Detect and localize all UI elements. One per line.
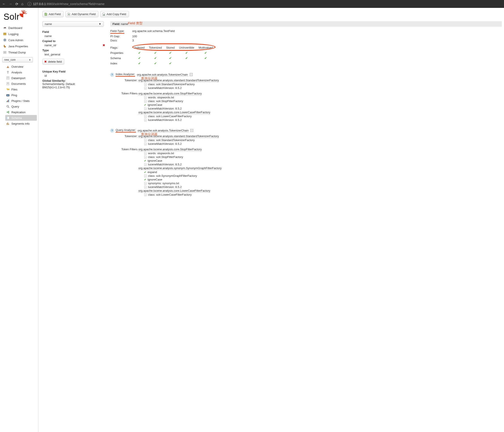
sidebar-item-plugins-stats[interactable]: Plugins / Stats xyxy=(5,98,37,104)
filter-class[interactable]: org.apache.lucene.analysis.core.LowerCas… xyxy=(138,189,210,193)
sidebar-item-segments-info[interactable]: Segments info xyxy=(5,121,37,126)
sidebar-item-label: Overview xyxy=(11,65,23,68)
analyzer-prop: ✔ignoreCase xyxy=(144,159,502,163)
add-field-button[interactable]: Add Field xyxy=(42,11,63,17)
sidebar-item-ping[interactable]: Ping xyxy=(5,92,37,98)
collapse-icon[interactable]: − xyxy=(190,73,193,76)
flag-cell: ✔ xyxy=(164,55,177,61)
analyzer-prop: synonyms: synonyms.txt xyxy=(144,181,502,185)
nav-back-icon[interactable]: ← xyxy=(2,2,6,6)
analyzer-prop: ✔ignoreCase xyxy=(144,103,502,107)
sidebar-item-label: Analysis xyxy=(11,71,22,74)
sidebar-item-replication[interactable]: Replication xyxy=(5,109,37,115)
add-copy-field-button[interactable]: Add Copy Field xyxy=(100,11,129,17)
document-icon xyxy=(144,193,147,196)
filter-class[interactable]: org.apache.lucene.analysis.core.LowerCas… xyxy=(138,111,210,114)
svg-rect-15 xyxy=(7,82,9,85)
analyzer-prop: luceneMatchVersion: 8.5.2 xyxy=(144,185,502,189)
flags-table: Flags:IndexedTokenizedStoredUnInvertible… xyxy=(110,45,502,66)
sidebar-item-overview[interactable]: Overview xyxy=(5,64,37,69)
svg-rect-30 xyxy=(8,124,9,125)
unique-key-value: id xyxy=(45,74,106,77)
tokenizer-class[interactable]: org.apache.lucene.analysis.standard.Stan… xyxy=(138,79,219,82)
similarity-value-1: SchemaSimilarity. Default: xyxy=(42,82,106,86)
analyzer-prop: luceneMatchVersion: 8.5.2 xyxy=(144,118,502,122)
flag-cell: ✔ xyxy=(132,50,147,55)
nav-home-icon[interactable]: ⌂ xyxy=(21,2,23,6)
tokenizer-class[interactable]: org.apache.lucene.analysis.standard.Stan… xyxy=(138,135,219,138)
sidebar-item-dashboard[interactable]: Dashboard xyxy=(2,25,37,31)
filter-class[interactable]: org.apache.lucene.analysis.core.StopFilt… xyxy=(138,92,202,95)
pi-gap-label: PI Gap: xyxy=(110,35,132,38)
remove-copied-icon[interactable]: ✖ xyxy=(103,43,105,47)
analyzer-prop: luceneMatchVersion: 8.5.2 xyxy=(144,142,502,146)
sidebar-item-label: Java Properties xyxy=(8,45,28,48)
sidebar-item-dataimport[interactable]: Dataimport xyxy=(5,75,37,81)
analyzer-title: Index Analyzer: xyxy=(116,72,135,77)
address-bar[interactable]: i 127.0.0.1:8983/solr/#/new_core/schema?… xyxy=(27,2,105,6)
document-icon xyxy=(144,152,147,155)
core-selector[interactable]: new_core ▼ xyxy=(2,57,33,62)
sidebar-item-label: Query xyxy=(11,105,19,108)
sidebar-item-core-admin[interactable]: Core Admin xyxy=(2,37,37,43)
main-content: Add Field Add Dynamic Field Add Copy Fie… xyxy=(38,8,504,432)
help-icon[interactable]: ? xyxy=(110,129,114,132)
sidebar-item-query[interactable]: Query xyxy=(5,104,37,109)
sidebar-item-thread-dump[interactable]: Thread Dump xyxy=(2,49,37,55)
svg-rect-19 xyxy=(8,100,8,102)
menu-icon xyxy=(3,51,7,54)
sidebar-item-analysis[interactable]: Analysis xyxy=(5,69,37,75)
add-dynamic-field-button[interactable]: Add Dynamic Field xyxy=(65,11,99,17)
check-icon: ✔ xyxy=(144,104,146,106)
browser-chrome: ← → ⟳ ⌂ i 127.0.0.1:8983/solr/#/new_core… xyxy=(0,0,504,8)
flag-cell: ✔ xyxy=(177,50,196,55)
sidebar-item-java-properties[interactable]: Java Properties xyxy=(2,43,37,49)
analyzer-prop: words: stopwords.txt xyxy=(144,151,502,155)
nav-reload-icon[interactable]: ⟳ xyxy=(15,2,18,6)
url-host: 127.0.0.1 xyxy=(33,2,46,6)
field-selector[interactable]: name ▼ xyxy=(42,21,104,27)
help-icon[interactable]: ? xyxy=(110,73,114,77)
svg-rect-18 xyxy=(7,101,7,102)
delete-field-button[interactable]: ✖ delete field xyxy=(42,59,64,65)
delete-icon: ✖ xyxy=(44,60,47,63)
analyzer-class[interactable]: org.apache.solr.analysis.TokenizerChain xyxy=(137,73,188,77)
analyzer-prop: luceneMatchVersion: 8.5.2 xyxy=(144,86,502,90)
sidebar-item-label: Thread Dump xyxy=(8,51,26,54)
analyzer-class[interactable]: org.apache.solr.analysis.TokenizerChain xyxy=(138,129,189,132)
document-icon xyxy=(144,156,147,159)
sidebar-item-label: Documents xyxy=(11,82,26,86)
svg-rect-29 xyxy=(8,122,8,125)
document-plus-icon xyxy=(67,13,70,16)
field-name-value: name xyxy=(45,35,106,38)
filter-class[interactable]: org.apache.lucene.analysis.synonym.Synon… xyxy=(138,166,222,170)
analyzer-prop: luceneMatchVersion: 8.5.2 xyxy=(144,107,502,110)
flag-cell: ✔ xyxy=(147,61,164,66)
sidebar-item-logging[interactable]: Logging xyxy=(2,31,37,37)
field-selector-value: name xyxy=(45,22,52,26)
document-copy-icon xyxy=(102,13,105,16)
flag-cell: ✔ xyxy=(147,55,164,61)
flag-cell: ✔ xyxy=(197,55,215,61)
button-label: delete field xyxy=(48,60,62,63)
info-icon[interactable]: i xyxy=(27,2,31,6)
svg-point-5 xyxy=(5,27,6,28)
document-icon xyxy=(44,13,47,16)
analyzer-prop: class: solr.LowerCaseFilterFactory xyxy=(144,193,502,197)
tokenizer-label: Tokenizer: xyxy=(118,135,137,138)
svg-point-25 xyxy=(8,112,9,113)
collapse-icon[interactable]: − xyxy=(190,129,193,132)
sidebar-item-label: Core Admin xyxy=(8,39,23,42)
sidebar-item-label: Schema xyxy=(11,116,22,120)
sidebar-item-files[interactable]: Files xyxy=(5,86,37,92)
document-icon xyxy=(144,83,147,86)
sidebar-item-label: Files xyxy=(11,88,17,91)
filter-class[interactable]: org.apache.lucene.analysis.core.StopFilt… xyxy=(138,148,202,151)
svg-rect-28 xyxy=(7,123,7,125)
nav-forward-icon: → xyxy=(9,2,12,6)
flag-row-index: Index xyxy=(110,61,132,66)
sidebar-item-schema[interactable]: Schema xyxy=(5,115,37,121)
menu-icon xyxy=(6,70,10,74)
analyzer-prop: class: solr.StandardTokenizerFactory xyxy=(144,138,502,142)
sidebar-item-documents[interactable]: Documents xyxy=(5,81,37,86)
